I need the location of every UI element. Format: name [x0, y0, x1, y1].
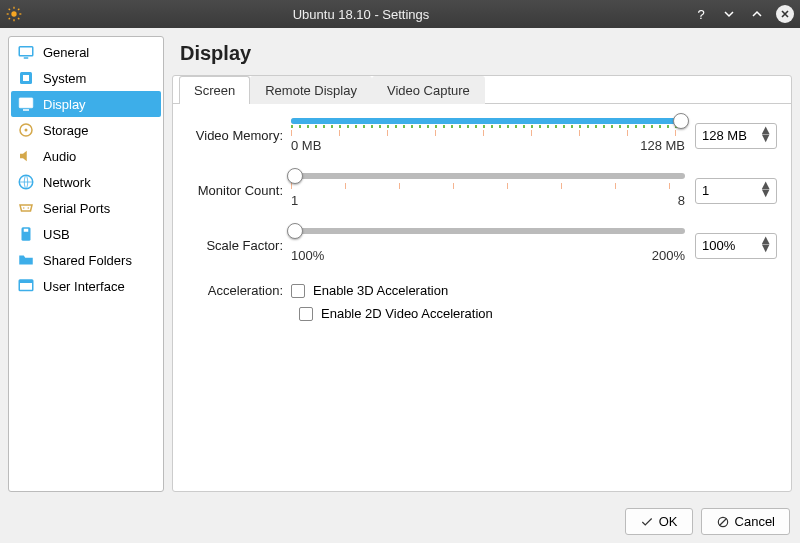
minimize-button[interactable]: [720, 5, 738, 23]
check-icon: [640, 515, 654, 529]
scale-factor-label: Scale Factor:: [187, 238, 291, 253]
enable-3d-label: Enable 3D Acceleration: [313, 283, 448, 298]
app-gear-icon: [6, 6, 22, 22]
tab-remote-display[interactable]: Remote Display: [250, 76, 372, 104]
storage-icon: [17, 121, 35, 139]
serial-port-icon: [17, 199, 35, 217]
svg-point-0: [11, 11, 16, 16]
svg-rect-9: [19, 47, 33, 56]
acceleration-label: Acceleration:: [187, 283, 291, 298]
settings-panel: Screen Remote Display Video Capture Vide…: [172, 75, 792, 492]
svg-rect-12: [23, 75, 29, 81]
chevron-down-icon[interactable]: ▼: [759, 189, 772, 197]
slider-thumb[interactable]: [287, 223, 303, 239]
monitor-count-slider[interactable]: [291, 173, 685, 179]
sidebar-item-label: Audio: [43, 149, 76, 164]
ui-icon: [17, 277, 35, 295]
folder-icon: [17, 251, 35, 269]
ok-label: OK: [659, 514, 678, 529]
scale-factor-min: 100%: [291, 248, 324, 263]
svg-point-16: [25, 129, 28, 132]
sidebar-item-label: Display: [43, 97, 86, 112]
maximize-button[interactable]: [748, 5, 766, 23]
sidebar-item-usb[interactable]: USB: [11, 221, 161, 247]
video-memory-max: 128 MB: [640, 138, 685, 153]
tab-bar: Screen Remote Display Video Capture: [173, 76, 791, 104]
monitor-count-label: Monitor Count:: [187, 183, 291, 198]
svg-point-19: [28, 207, 30, 209]
network-icon: [17, 173, 35, 191]
svg-rect-14: [23, 109, 29, 111]
sidebar-item-audio[interactable]: Audio: [11, 143, 161, 169]
slider-thumb[interactable]: [673, 113, 689, 129]
settings-sidebar: General System Display Storage Audio Net…: [8, 36, 164, 492]
general-icon: [17, 43, 35, 61]
sidebar-item-label: General: [43, 45, 89, 60]
ok-button[interactable]: OK: [625, 508, 693, 535]
sidebar-item-label: Shared Folders: [43, 253, 132, 268]
sidebar-item-label: USB: [43, 227, 70, 242]
cancel-button[interactable]: Cancel: [701, 508, 790, 535]
enable-2d-checkbox[interactable]: [299, 307, 313, 321]
svg-line-7: [9, 18, 10, 19]
svg-line-6: [18, 18, 19, 19]
chevron-down-icon[interactable]: ▼: [759, 134, 772, 142]
svg-line-8: [18, 9, 19, 10]
sidebar-item-shared-folders[interactable]: Shared Folders: [11, 247, 161, 273]
display-icon: [17, 95, 35, 113]
monitor-count-min: 1: [291, 193, 298, 208]
sidebar-item-system[interactable]: System: [11, 65, 161, 91]
window-title: Ubuntu 18.10 - Settings: [293, 7, 430, 22]
svg-point-18: [23, 207, 25, 209]
usb-icon: [17, 225, 35, 243]
sidebar-item-general[interactable]: General: [11, 39, 161, 65]
sidebar-item-network[interactable]: Network: [11, 169, 161, 195]
video-memory-spinbox[interactable]: 128 MB ▲▼: [695, 123, 777, 149]
sidebar-item-storage[interactable]: Storage: [11, 117, 161, 143]
sidebar-item-display[interactable]: Display: [11, 91, 161, 117]
sidebar-item-user-interface[interactable]: User Interface: [11, 273, 161, 299]
sidebar-item-label: Serial Ports: [43, 201, 110, 216]
svg-line-5: [9, 9, 10, 10]
cancel-icon: [716, 515, 730, 529]
svg-rect-13: [19, 98, 33, 108]
sidebar-item-label: System: [43, 71, 86, 86]
video-memory-label: Video Memory:: [187, 128, 291, 143]
slider-thumb[interactable]: [287, 168, 303, 184]
content-area: General System Display Storage Audio Net…: [0, 28, 800, 500]
scale-factor-slider[interactable]: [291, 228, 685, 234]
scale-factor-spinbox[interactable]: 100% ▲▼: [695, 233, 777, 259]
sidebar-item-label: Storage: [43, 123, 89, 138]
monitor-count-max: 8: [678, 193, 685, 208]
svg-rect-21: [24, 229, 29, 232]
monitor-count-value: 1: [702, 183, 709, 198]
scale-factor-value: 100%: [702, 238, 735, 253]
sidebar-item-serial-ports[interactable]: Serial Ports: [11, 195, 161, 221]
svg-rect-10: [24, 57, 29, 59]
titlebar: Ubuntu 18.10 - Settings ?: [0, 0, 800, 28]
dialog-footer: OK Cancel: [0, 500, 800, 543]
monitor-count-spinbox[interactable]: 1 ▲▼: [695, 178, 777, 204]
page-title: Display: [180, 42, 792, 65]
chevron-down-icon[interactable]: ▼: [759, 244, 772, 252]
tab-video-capture[interactable]: Video Capture: [372, 76, 485, 104]
main-panel: Display Screen Remote Display Video Capt…: [172, 36, 792, 492]
video-memory-min: 0 MB: [291, 138, 321, 153]
close-button[interactable]: [776, 5, 794, 23]
video-memory-slider[interactable]: [291, 118, 685, 124]
scale-factor-max: 200%: [652, 248, 685, 263]
enable-3d-checkbox[interactable]: [291, 284, 305, 298]
video-memory-value: 128 MB: [702, 128, 747, 143]
sidebar-item-label: Network: [43, 175, 91, 190]
screen-form: Video Memory: 0 MB 128 MB: [173, 104, 791, 345]
system-icon: [17, 69, 35, 87]
audio-icon: [17, 147, 35, 165]
cancel-label: Cancel: [735, 514, 775, 529]
svg-line-25: [719, 518, 726, 525]
sidebar-item-label: User Interface: [43, 279, 125, 294]
enable-2d-label: Enable 2D Video Acceleration: [321, 306, 493, 321]
svg-rect-23: [19, 280, 33, 283]
tab-screen[interactable]: Screen: [179, 76, 250, 104]
help-button[interactable]: ?: [692, 5, 710, 23]
